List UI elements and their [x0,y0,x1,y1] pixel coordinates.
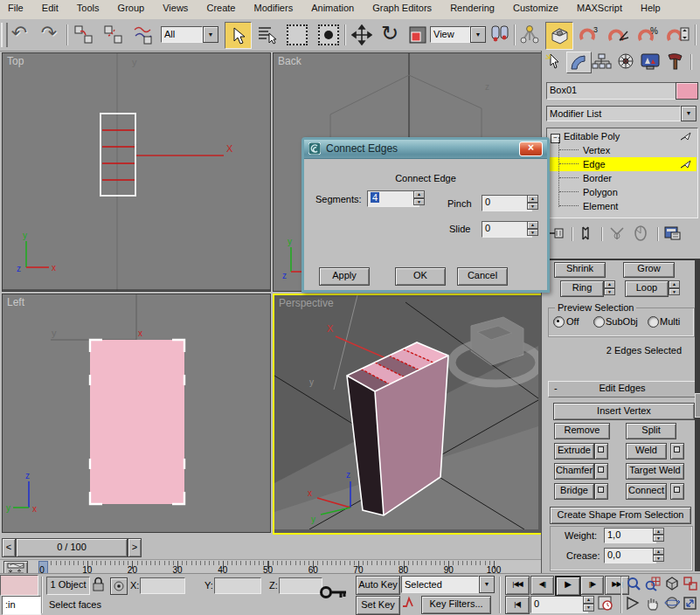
connect-button[interactable]: Connect [626,483,667,500]
dialog-title-bar[interactable]: Connect Edges × [304,140,547,159]
pinch-spinner[interactable]: ▲▼ [527,195,538,210]
rectangular-selection-region-icon[interactable] [285,23,309,47]
time-configuration-icon[interactable] [598,596,615,612]
angle-snap-icon[interactable] [606,23,631,47]
time-slider-handle[interactable]: 0 / 100 [16,538,128,557]
default-in-out-tangent-icon[interactable] [401,596,417,612]
panel-scrollbar-thumb[interactable] [695,393,700,418]
preview-multi-radio[interactable] [648,316,659,328]
cancel-button[interactable]: Cancel [457,267,508,286]
arc-rotate-icon[interactable] [664,596,682,613]
ok-button[interactable]: OK [395,267,446,286]
bridge-settings-button[interactable] [594,483,608,500]
viewport-left[interactable]: Left y x z y x [2,294,271,533]
unlink-selection-icon[interactable] [101,23,126,47]
tab-motion[interactable] [615,52,638,72]
shrink-button[interactable]: Shrink [554,262,606,278]
percent-snap-icon[interactable]: % [636,23,661,47]
zoom-icon[interactable] [626,576,643,594]
schematic-view-icon[interactable] [517,23,542,47]
go-to-start-button[interactable]: |◀◀ [505,576,530,595]
segments-spinner[interactable]: ▲▼ [413,190,425,205]
current-frame-field[interactable]: 0 [530,596,588,613]
tab-hierarchy[interactable] [591,52,613,72]
stack-item-element[interactable]: Element [548,199,697,213]
set-key-button[interactable]: Set Key [356,596,400,615]
stack-item-border[interactable]: Border [548,171,697,185]
ring-button[interactable]: Ring [560,280,604,297]
object-color-swatch[interactable] [676,82,698,100]
frame-spinner[interactable]: ▲▼ [583,596,594,612]
object-name-field[interactable]: Box01 [546,82,679,100]
stack-item-edge[interactable]: Edge [548,157,697,171]
weight-field[interactable]: 1,0 [604,528,656,543]
auto-key-button[interactable]: Auto Key [356,576,400,595]
weld-settings-button[interactable] [670,443,684,460]
menu-help[interactable]: Help [633,0,669,16]
viewport-perspective[interactable]: Perspective y X [273,294,544,535]
remove-button[interactable]: Remove [554,423,610,439]
tab-display[interactable] [640,52,662,72]
next-frame-button[interactable]: ||▶ [580,576,604,595]
show-end-result-icon[interactable] [579,225,596,245]
stack-item-vertex[interactable]: Vertex [548,143,697,157]
previous-frame-button[interactable]: ◀|| [530,576,554,595]
zoom-extents-all-icon[interactable] [683,576,699,594]
reference-coordinate-combo[interactable]: View ▼ [430,26,486,43]
tab-create[interactable] [544,52,566,72]
menu-customize[interactable]: Customize [505,0,566,16]
menu-animation[interactable]: Animation [303,0,362,16]
use-pivot-center-icon[interactable] [488,23,512,47]
apply-button[interactable]: Apply [319,267,370,286]
selection-filter-combo[interactable]: All ▼ [161,26,218,43]
preview-subobj-radio[interactable] [593,316,605,328]
select-object-button[interactable] [225,22,252,49]
chamfer-settings-button[interactable] [594,463,608,480]
selection-lock-icon[interactable] [93,577,105,593]
select-and-link-icon[interactable] [72,23,96,47]
tab-modify[interactable] [566,52,592,73]
preview-off-label[interactable]: Off [566,316,579,327]
weight-spinner[interactable]: ▲▼ [653,528,664,542]
x-coord-field[interactable] [140,577,185,594]
target-weld-button[interactable]: Target Weld [626,463,684,480]
pan-hand-icon[interactable] [645,596,662,613]
create-shape-button[interactable]: Create Shape From Selection [550,507,691,524]
tab-utilities[interactable] [664,52,687,72]
key-selection-combo[interactable]: Selected ▼ [401,576,495,593]
zoom-extents-icon[interactable] [664,576,682,594]
key-mode-toggle-button[interactable]: |◀| [505,596,530,614]
play-button[interactable]: ▶ [555,576,581,597]
menu-rendering[interactable]: Rendering [442,0,502,16]
bridge-button[interactable]: Bridge [554,483,594,500]
set-keys-icon[interactable] [320,581,348,607]
z-coord-field[interactable] [279,577,322,594]
menu-modifiers[interactable]: Modifiers [246,0,301,16]
menu-views[interactable]: Views [155,0,196,16]
window-crossing-icon[interactable] [316,23,341,47]
chamfer-button[interactable]: Chamfer [554,463,594,480]
key-filters-button[interactable]: Key Filters... [421,596,491,614]
macro-recorder-pane[interactable] [0,575,38,596]
undo-icon[interactable]: ↶ [7,21,31,45]
pinch-field[interactable]: 0 [482,195,532,211]
select-and-scale-icon[interactable] [405,23,430,47]
select-by-name-icon[interactable] [255,23,280,47]
modifier-list-combo[interactable]: Modifier List ▼ [546,106,697,121]
time-slider-prev-button[interactable]: < [2,538,16,557]
stack-item-editable-poly[interactable]: −Editable Poly [548,129,697,143]
weld-button[interactable]: Weld [626,443,667,460]
snap-3d-icon[interactable]: 3 [577,23,601,47]
preview-multi-label[interactable]: Multi [660,316,680,327]
rollout-collapse-icon[interactable]: - [554,382,558,395]
zoom-all-icon[interactable] [645,576,662,594]
menu-tools[interactable]: Tools [69,0,107,16]
maximize-viewport-toggle-icon[interactable] [683,596,699,613]
connect-settings-button[interactable] [670,483,684,500]
preview-subobj-label[interactable]: SubObj [606,316,638,327]
panel-scrollbar[interactable] [695,260,700,571]
menu-maxscript[interactable]: MAXScript [569,0,630,16]
menu-edit[interactable]: Edit [34,0,66,16]
configure-modifier-sets-icon[interactable] [664,225,685,245]
remove-modifier-icon[interactable] [633,225,652,245]
